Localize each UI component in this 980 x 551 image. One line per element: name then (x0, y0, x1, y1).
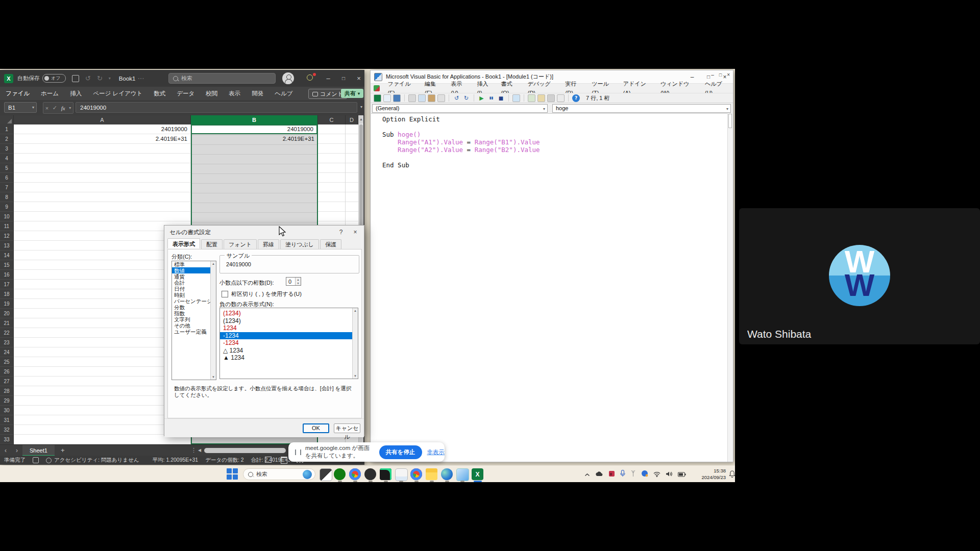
module-icon[interactable] (374, 85, 380, 91)
checkbox-icon[interactable] (222, 291, 228, 297)
wifi-icon[interactable] (653, 470, 660, 479)
cut-icon[interactable] (408, 94, 416, 102)
row-header-20[interactable]: 20 (0, 309, 13, 318)
taskbar-app-task-view[interactable] (320, 468, 332, 481)
ribbon-tab-6[interactable]: データ (171, 87, 200, 100)
row-header-10[interactable]: 10 (0, 212, 13, 221)
excel-icon[interactable] (374, 94, 381, 102)
paste-icon[interactable] (428, 94, 435, 102)
negative-format-item[interactable]: -1234 (220, 332, 358, 340)
row-header-4[interactable]: 4 (0, 154, 13, 163)
column-header-c[interactable]: C (318, 115, 346, 124)
ribbon-tab-4[interactable]: ページ レイアウト (87, 87, 148, 100)
child-close-icon[interactable]: × (727, 70, 730, 80)
excel-search-box[interactable]: 検索 (168, 73, 276, 84)
taskbar-search-box[interactable]: 検索 (243, 468, 315, 480)
row-header-29[interactable]: 29 (0, 396, 13, 406)
sheet-prev-icon[interactable]: ‹ (0, 447, 11, 454)
cell-b2[interactable]: 2.4019E+31 (191, 134, 317, 144)
help-icon[interactable]: ? (572, 94, 580, 102)
accessibility-status[interactable]: アクセシビリティ: 問題ありません (54, 457, 139, 464)
category-item[interactable]: パーセンテージ (172, 298, 216, 304)
negative-format-item[interactable]: (1234) (220, 317, 358, 325)
row-header-6[interactable]: 6 (0, 173, 13, 183)
category-listbox[interactable]: ▲ ▼ 標準数値通貨会計日付時刻パーセンテージ分数指数文字列その他ユーザー定義 (172, 261, 216, 380)
category-item[interactable]: 分数 (172, 304, 216, 310)
negative-numbers-listbox[interactable]: ▲ ▼ (1234)(1234)1234-1234-1234△ 1234▲ 12… (219, 308, 358, 379)
taskbar-clock[interactable]: 15:38 2024/09/23 (690, 467, 726, 481)
negative-format-item[interactable]: -1234 (220, 339, 358, 347)
hscroll-thumb[interactable] (204, 448, 286, 453)
onedrive-icon[interactable] (595, 470, 603, 479)
category-item[interactable]: 文字列 (172, 316, 216, 322)
row-header-1[interactable]: 1 (0, 124, 13, 134)
spin-down-icon[interactable]: ▼ (297, 282, 300, 285)
category-item[interactable]: 日付 (172, 286, 216, 292)
cell-b1[interactable]: 24019000 (191, 124, 317, 134)
participant-tile[interactable]: W W Wato Shibata (739, 208, 980, 344)
app-badge-icon[interactable] (608, 470, 615, 479)
row-header-27[interactable]: 27 (0, 377, 13, 386)
category-item[interactable]: 時刻 (172, 292, 216, 298)
quick-access-dropdown-icon[interactable]: ▾ (109, 76, 111, 81)
code-window[interactable]: Option Explicit Sub hoge() Range("A1").V… (371, 113, 728, 462)
row-header-31[interactable]: 31 (0, 415, 13, 425)
row-header-19[interactable]: 19 (0, 299, 13, 309)
ok-button[interactable]: OK (303, 423, 329, 433)
column-header-b[interactable]: B (191, 115, 318, 124)
category-item[interactable]: 数値 (172, 267, 216, 273)
row-header-25[interactable]: 25 (0, 357, 13, 367)
vba-code[interactable]: Option Explicit Sub hoge() Range("A1").V… (382, 115, 540, 169)
insert-function-icon[interactable]: fx (61, 105, 65, 111)
ribbon-tab-8[interactable]: 表示 (223, 87, 246, 100)
negative-format-item[interactable]: △ 1234 (220, 347, 358, 355)
scroll-up-icon[interactable]: ▲ (354, 308, 357, 313)
taskbar-app-edge[interactable] (441, 468, 453, 480)
taskbar-app-explorer[interactable] (426, 468, 437, 480)
negative-format-item[interactable]: ▲ 1234 (220, 354, 358, 362)
column-header-d[interactable]: D (346, 115, 358, 124)
dialog-tab-表示形式[interactable]: 表示形式 (167, 238, 200, 248)
taskbar-app-chrome-profile[interactable] (349, 468, 361, 480)
save-icon[interactable] (393, 94, 401, 102)
row-header-3[interactable]: 3 (0, 144, 13, 154)
row-header-13[interactable]: 13 (0, 241, 13, 251)
view-object-icon[interactable] (383, 94, 391, 102)
taskbar-app-pycharm[interactable] (380, 468, 391, 480)
negative-format-item[interactable]: 1234 (220, 324, 358, 332)
row-header-15[interactable]: 15 (0, 260, 13, 270)
share-button[interactable]: 共有 ▾ (341, 89, 363, 98)
normal-view-icon[interactable] (265, 457, 272, 463)
row-header-5[interactable]: 5 (0, 163, 13, 173)
copy-icon[interactable] (418, 94, 426, 102)
confirm-entry-icon[interactable]: ✓ (53, 105, 57, 111)
stop-icon[interactable]: ■ (497, 94, 505, 102)
row-header-8[interactable]: 8 (0, 192, 13, 202)
add-sheet-icon[interactable]: + (55, 446, 71, 454)
category-item[interactable]: ユーザー定義 (172, 329, 216, 335)
ribbon-tab-7[interactable]: 校閲 (200, 87, 223, 100)
cancel-entry-icon[interactable]: × (45, 105, 48, 111)
autosave-control[interactable]: 自動保存 オフ (17, 74, 66, 83)
find-icon[interactable] (437, 94, 445, 102)
taskbar-app-excel[interactable]: X (472, 468, 483, 480)
child-restore-icon[interactable]: □ (719, 70, 722, 80)
row-headers[interactable]: 1234567891011121314151617181920212223242… (0, 124, 14, 444)
hide-banner-link[interactable]: 非表示 (427, 448, 445, 456)
undo-icon[interactable]: ↺ (453, 94, 460, 102)
name-box[interactable]: B1 ▾ (4, 102, 37, 113)
excel-minimize-button[interactable]: – (321, 70, 336, 87)
excel-close-button[interactable]: × (351, 70, 366, 87)
design-mode-icon[interactable] (512, 94, 520, 102)
redo-icon[interactable]: ↻ (462, 94, 470, 102)
battery-icon[interactable] (678, 470, 686, 479)
vba-vertical-scrollbar[interactable] (727, 113, 732, 462)
formula-input[interactable]: 24019000 (76, 102, 357, 113)
dialog-help-icon[interactable]: ? (333, 226, 349, 239)
negative-list-scrollbar[interactable]: ▲ ▼ (352, 308, 358, 379)
ribbon-tab-9[interactable]: 開発 (246, 87, 269, 100)
negative-format-item[interactable]: (1234) (220, 310, 358, 317)
microphone-icon[interactable] (620, 470, 625, 479)
autosave-toggle[interactable]: オフ (42, 74, 66, 83)
sheet-tab-sheet1[interactable]: Sheet1 (22, 445, 55, 456)
